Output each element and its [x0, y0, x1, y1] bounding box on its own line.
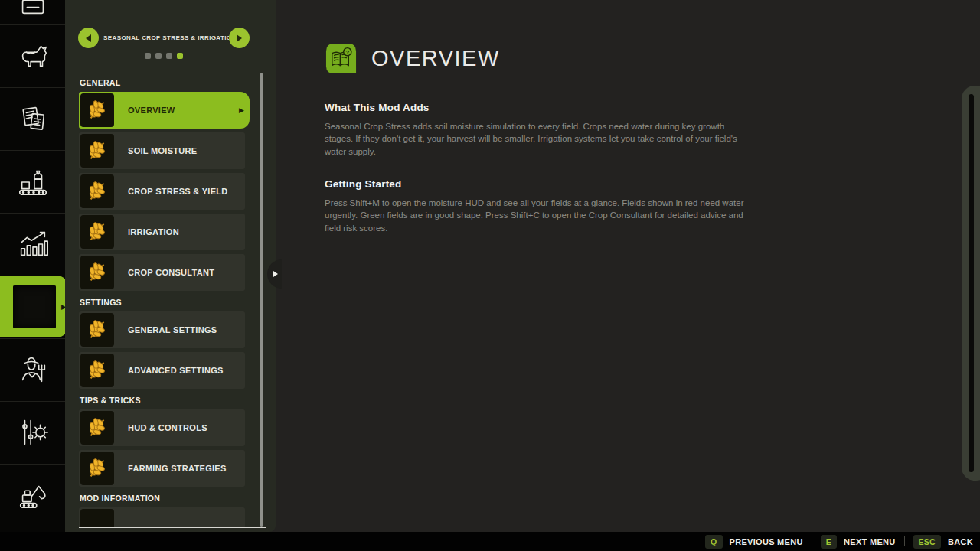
shortcut-e: ENEXT MENU: [821, 535, 896, 549]
topic-label: SOIL MOISTURE: [128, 146, 197, 155]
contracts-papers-icon: [15, 101, 51, 136]
topic-item-partial[interactable]: [79, 507, 245, 528]
shortcut-label: PREVIOUS MENU: [730, 537, 803, 546]
topic-item-crop-stress-yield[interactable]: CROP STRESS & YIELD: [79, 173, 245, 210]
help-book-icon: ?: [325, 42, 358, 75]
shortcut-esc: ESCBACK: [913, 535, 973, 549]
content-body: Press Shift+M to open the moisture HUD a…: [325, 197, 752, 234]
mod-thumbnail: [13, 285, 56, 328]
pagination-dot[interactable]: [177, 53, 183, 59]
topic-item-advanced-settings[interactable]: ADVANCED SETTINGS: [79, 352, 245, 389]
arrow-left-icon: [86, 34, 91, 42]
topic-label: OVERVIEW: [128, 106, 175, 115]
shortcut-separator: [812, 536, 812, 546]
topic-icon-tile: [80, 411, 114, 445]
wheat-icon: [86, 457, 109, 480]
topic-item-general-settings[interactable]: GENERAL SETTINGS: [79, 311, 245, 348]
page-header: ? OVERVIEW: [325, 42, 500, 75]
topic-item-soil-moisture[interactable]: SOIL MOISTURE: [79, 132, 245, 169]
section-label: GENERAL: [80, 78, 250, 87]
arrow-right-icon: [237, 34, 242, 42]
help-topic-list: GENERAL OVERVIEW▶ SOIL MOISTURE: [79, 78, 250, 528]
previous-page-button[interactable]: [78, 28, 99, 48]
statistics-chart-icon: [15, 227, 51, 262]
help-content: What This Mod AddsSeasonal Crop Stress a…: [325, 102, 752, 255]
sidebar-pager: SEASONAL CROP STRESS & IRRIGATION MA...: [78, 28, 250, 48]
wheat-icon: [86, 261, 109, 284]
rail-tab-mod-help[interactable]: ▶: [0, 276, 69, 337]
pagination-dot[interactable]: [145, 53, 151, 59]
pagination-dot[interactable]: [166, 53, 172, 59]
left-icon-rail: ▶: [0, 0, 65, 532]
content-scrollbar-thumb[interactable]: [969, 94, 974, 472]
topic-label: IRRIGATION: [128, 227, 179, 236]
content-section: What This Mod AddsSeasonal Crop Stress a…: [325, 102, 752, 158]
key-badge: Q: [705, 535, 722, 549]
content-heading: Getting Started: [325, 178, 752, 190]
section-label: SETTINGS: [80, 298, 250, 307]
rail-tab-animals[interactable]: [0, 24, 65, 86]
topic-label: GENERAL SETTINGS: [128, 325, 217, 334]
shortcut-label: NEXT MENU: [844, 537, 895, 546]
page-title: OVERVIEW: [371, 46, 500, 71]
shortcut-q: QPREVIOUS MENU: [705, 535, 803, 549]
selected-item-arrow-icon: ▶: [239, 106, 244, 114]
rail-tab-production[interactable]: [0, 150, 65, 212]
collapse-arrow-icon: [273, 271, 278, 277]
topic-icon-tile: [80, 509, 114, 528]
help-sidebar: SEASONAL CROP STRESS & IRRIGATION MA... …: [65, 0, 276, 532]
settings-sliders-gear-icon: [15, 415, 51, 450]
wheat-icon: [86, 220, 109, 243]
pagination-dot[interactable]: [155, 53, 162, 59]
game-help-menu-screen: ▶: [0, 0, 980, 551]
topic-icon-tile: [80, 174, 114, 208]
topic-label: FARMING STRATEGIES: [128, 464, 227, 473]
topic-label: HUD & CONTROLS: [128, 423, 207, 432]
sidebar-scrollbar[interactable]: [260, 73, 263, 527]
wheat-icon: [86, 359, 109, 382]
wheat-icon: [86, 99, 109, 122]
topic-item-crop-consultant[interactable]: CROP CONSULTANT: [79, 254, 245, 291]
svg-text:?: ?: [345, 49, 349, 56]
content-scrollbar-track[interactable]: [962, 86, 980, 481]
topic-item-overview[interactable]: OVERVIEW▶: [79, 92, 250, 129]
section-label: MOD INFORMATION: [80, 494, 250, 503]
topic-item-hud-controls[interactable]: HUD & CONTROLS: [79, 409, 245, 446]
construction-excavator-icon: [15, 478, 51, 513]
content-section: Getting StartedPress Shift+M to open the…: [325, 178, 752, 234]
topic-item-farming-strategies[interactable]: FARMING STRATEGIES: [79, 450, 245, 487]
topic-label: CROP STRESS & YIELD: [128, 187, 228, 196]
topic-icon-tile: [80, 313, 114, 347]
key-badge: ESC: [913, 535, 942, 549]
topic-icon-tile: [80, 134, 114, 168]
mod-title: SEASONAL CROP STRESS & IRRIGATION MA...: [99, 34, 229, 41]
wheat-icon: [86, 180, 109, 203]
topic-label: ADVANCED SETTINGS: [128, 366, 224, 375]
rail-tab-vehicle[interactable]: [0, 0, 65, 24]
vehicle-icon: [15, 0, 51, 19]
topic-icon-tile: [80, 93, 114, 127]
rail-tab-settings[interactable]: [0, 401, 65, 463]
animals-cow-icon: [15, 38, 51, 73]
rail-tab-farmer[interactable]: [0, 338, 65, 400]
topic-item-irrigation[interactable]: IRRIGATION: [79, 214, 245, 250]
topic-icon-tile: [80, 215, 114, 249]
section-label: TIPS & TRICKS: [80, 396, 250, 405]
topic-icon-tile: [80, 256, 114, 289]
topic-label: CROP CONSULTANT: [128, 268, 214, 277]
farmer-icon: [15, 352, 51, 387]
next-page-button[interactable]: [229, 28, 250, 48]
rail-tab-contracts[interactable]: [0, 87, 65, 149]
wheat-icon: [86, 318, 109, 341]
content-body: Seasonal Crop Stress adds soil moisture …: [325, 120, 752, 158]
shortcut-label: BACK: [948, 537, 973, 546]
wheat-icon: [86, 139, 109, 162]
rail-tab-construction[interactable]: [0, 464, 65, 526]
content-heading: What This Mod Adds: [325, 102, 752, 113]
topic-icon-tile: [80, 452, 114, 485]
rail-tab-statistics[interactable]: [0, 213, 65, 275]
shortcut-separator: [904, 536, 905, 546]
topic-icon-tile: [80, 354, 114, 387]
pagination-dots: [65, 53, 263, 59]
list-cutoff-line: [79, 527, 266, 528]
